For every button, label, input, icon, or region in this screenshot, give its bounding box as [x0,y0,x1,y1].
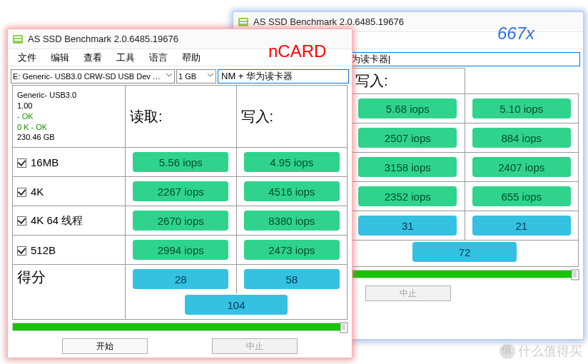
header-write: 写入: [351,69,465,94]
cell-4k64-write: 8380 iops [244,211,340,231]
menu-edit[interactable]: 编辑 [44,49,76,66]
checkbox-icon[interactable] [17,246,26,256]
cell-512b-read: 2994 iops [133,240,228,260]
menu-help[interactable]: 帮助 [175,49,208,66]
row-512b[interactable]: 512B [13,236,126,265]
svg-rect-10 [340,323,348,333]
svg-rect-1 [240,19,247,21]
alignment-status: - OK [17,111,121,122]
cell-4k-write: 4516 iops [244,181,340,201]
svg-rect-3 [572,270,579,280]
cell-4k-read: 2267 iops [133,181,228,201]
score-read: 31 [358,216,457,236]
header-write: 写入: [236,86,348,148]
checkbox-icon[interactable] [17,216,26,226]
row-4k64[interactable]: 4K 64 线程 [13,206,126,236]
menu-lang[interactable]: 语言 [142,49,175,66]
score-write: 21 [472,216,571,236]
cell-4k-write: 884 iops [472,128,571,148]
device-info: Generic- USB3.0 1.00 - OK 0 K - OK 230.4… [13,86,126,148]
row-4k[interactable]: 4K [13,177,126,206]
score-write: 58 [244,269,340,289]
start-button[interactable]: 开始 [62,338,148,354]
stop-button[interactable]: 中止 [365,285,451,301]
svg-rect-2 [240,22,247,24]
results-table: Generic- USB3.0 1.00 - OK 0 K - OK 230.4… [12,85,348,320]
menu-file[interactable]: 文件 [11,49,44,66]
label-input[interactable]: TF + 华为读卡器| [316,52,580,66]
score-total: 104 [185,295,287,315]
device-name: Generic- USB3.0 [17,90,121,101]
menu-tools[interactable]: 工具 [109,49,142,66]
cell-512b-write: 655 iops [472,186,571,206]
cell-4k64-read: 2670 iops [133,211,228,231]
chevron-down-icon [166,71,173,80]
window-title: AS SSD Benchmark 2.0.6485.19676 [253,16,404,27]
window-title: AS SSD Benchmark 2.0.6485.19676 [28,34,178,44]
row-16mb[interactable]: 16MB [13,148,126,177]
chevron-down-icon [207,71,214,80]
checkbox-icon[interactable] [17,158,26,168]
svg-rect-8 [14,36,21,38]
capacity: 230.46 GB [17,132,121,143]
watermark: 什么值得买 [500,343,582,360]
driver-status: 0 K - OK [17,122,121,133]
cell-512b-write: 2473 iops [244,240,340,260]
watermark-icon [500,343,515,359]
header-read: 读取: [126,86,237,148]
app-icon [12,34,24,45]
size-combo[interactable]: 1 GB [176,69,216,84]
cell-4k-read: 2507 iops [358,128,457,148]
stop-button[interactable]: 中止 [212,338,298,354]
svg-rect-9 [14,39,21,41]
annotation-667x: 667x [497,24,534,44]
device-row: E: Generic- USB3.0 CRW-SD USB Dev … 1 GB… [8,66,352,85]
label-input[interactable]: NM + 华为读卡器 [218,69,349,84]
firmware: 1.00 [17,101,121,111]
progress [12,323,348,333]
menu-view[interactable]: 查看 [76,49,109,66]
cell-16mb-read: 5.56 iops [133,152,228,172]
window-ncard: AS SSD Benchmark 2.0.6485.19676 文件 编辑 查看… [7,29,353,358]
score-total: 72 [412,242,517,262]
cell-512b-read: 2352 iops [358,186,457,206]
cell-4k64-read: 3158 iops [358,157,457,177]
checkbox-icon[interactable] [17,188,26,197]
cell-16mb-read: 5.68 iops [358,98,457,118]
app-icon [238,16,249,28]
annotation-ncard: nCARD [268,41,326,61]
cell-16mb-write: 4.95 iops [244,152,340,172]
score-read: 28 [133,269,228,289]
cell-4k64-write: 2407 iops [472,157,571,177]
row-score: 得分 [13,265,126,320]
device-combo[interactable]: E: Generic- USB3.0 CRW-SD USB Dev … [11,69,175,84]
cell-16mb-write: 5.10 iops [472,98,571,118]
